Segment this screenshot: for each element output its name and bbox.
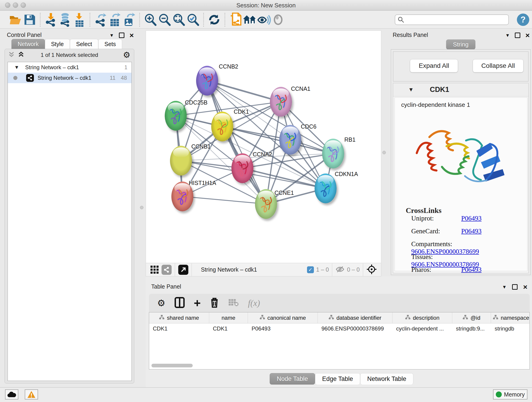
memory-button[interactable]: Memory <box>493 389 527 400</box>
table-cell[interactable]: P06493 <box>248 323 318 334</box>
create-column-icon[interactable]: + <box>194 297 201 309</box>
node-RB1[interactable] <box>322 139 344 168</box>
table-cell[interactable]: CDK1 <box>209 323 248 334</box>
tab-network-table[interactable]: Network Table <box>360 373 413 385</box>
selected-checkbox-icon[interactable]: ✓ <box>307 266 314 273</box>
horizontal-scrollbar[interactable] <box>152 364 193 367</box>
zoom-out-icon[interactable] <box>157 13 172 27</box>
panel-float-icon[interactable] <box>119 32 124 38</box>
tab-sets[interactable]: Sets <box>98 39 122 49</box>
control-panel-title: Control Panel <box>7 32 41 38</box>
node-CCNE1[interactable] <box>255 189 277 219</box>
expand-all-button[interactable]: Expand All <box>410 59 458 72</box>
network-tree: ▼ String Network – cdk1 1 String Network… <box>7 62 132 381</box>
table-cell[interactable]: stringdb:9... <box>452 323 491 334</box>
tab-style[interactable]: Style <box>45 39 70 49</box>
panel-collapse-icon[interactable]: ▼ <box>502 285 507 289</box>
help-icon[interactable]: ? <box>517 13 529 26</box>
table-cell[interactable]: cyclin-dependent ... <box>393 323 452 334</box>
search-field[interactable] <box>395 14 509 25</box>
document-share-icon[interactable] <box>228 13 243 27</box>
collection-expand-icon[interactable]: ▼ <box>14 64 19 70</box>
crosslink-link[interactable]: P06493 <box>461 227 481 235</box>
refresh-layout-icon[interactable] <box>207 13 221 27</box>
panel-close-icon[interactable]: × <box>525 32 530 39</box>
column-header-database-identifier[interactable]: database identifier <box>318 313 393 323</box>
export-table-icon[interactable] <box>108 13 122 27</box>
node-CCNA1[interactable] <box>270 87 292 117</box>
results-panel: Results Panel ▼ × String Expand All Coll… <box>389 30 532 276</box>
delete-column-icon[interactable] <box>210 297 219 309</box>
birds-eye-view-icon[interactable] <box>366 264 377 275</box>
tab-network[interactable]: Network <box>12 39 45 49</box>
panel-float-icon[interactable] <box>512 284 518 290</box>
column-header-name[interactable]: name <box>209 313 248 323</box>
collapse-all-button[interactable]: Collapse All <box>473 59 524 72</box>
tab-select[interactable]: Select <box>70 39 98 49</box>
show-columns-icon[interactable] <box>175 297 185 309</box>
network-options-gear-icon[interactable]: ⚙ <box>123 51 130 59</box>
crosslink-row: Uniprot:P06493 <box>411 215 481 222</box>
hierarchy-icon <box>405 315 411 321</box>
zoom-in-icon[interactable] <box>143 13 157 27</box>
export-network-icon[interactable] <box>94 13 108 27</box>
node-CCNB2[interactable] <box>196 66 218 96</box>
search-input[interactable] <box>404 17 503 23</box>
open-session-icon[interactable] <box>8 13 22 27</box>
node-CDC25B[interactable] <box>165 101 187 131</box>
cloud-button[interactable] <box>5 389 18 400</box>
network-row-selected[interactable]: String Network – cdk1 11 48 <box>8 73 132 83</box>
panel-collapse-icon[interactable]: ▼ <box>109 33 114 38</box>
graphics-details-eye-icon[interactable] <box>257 13 271 27</box>
zoom-selected-icon[interactable] <box>186 13 200 27</box>
tab-node-table[interactable]: Node Table <box>270 373 315 385</box>
home-icon[interactable] <box>243 13 257 27</box>
open-in-new-window-icon[interactable] <box>178 265 188 275</box>
crosslink-link[interactable]: P06493 <box>461 266 481 273</box>
table-cell[interactable]: 9606.ENSP00000378699 <box>318 323 393 334</box>
panel-collapse-icon[interactable]: ▼ <box>505 33 510 38</box>
zoom-fit-icon[interactable] <box>172 13 186 27</box>
save-session-icon[interactable] <box>22 13 37 27</box>
panel-close-icon[interactable]: × <box>523 283 527 291</box>
table-toolbar: ⚙ + f(x) <box>149 294 530 312</box>
table-options-gear-icon[interactable]: ⚙ <box>157 298 165 307</box>
node-CCNB1[interactable] <box>170 146 192 176</box>
table-panel: Table Panel ▼ × ⚙ + f(x) shared namename… <box>146 276 532 387</box>
column-header-shared-name[interactable]: shared name <box>149 313 209 323</box>
export-image-icon[interactable] <box>122 13 136 27</box>
grid-view-icon[interactable] <box>150 265 160 275</box>
import-network-from-database-icon[interactable] <box>58 13 72 27</box>
node-label-HIST1H1A: HIST1H1A <box>189 180 216 186</box>
panel-close-icon[interactable]: × <box>129 32 134 39</box>
node-table[interactable]: shared namenamecanonical namedatabase id… <box>149 312 530 370</box>
warnings-button[interactable] <box>25 389 38 400</box>
network-share-icon[interactable] <box>162 265 172 275</box>
node-CDK1[interactable] <box>211 112 233 141</box>
node-CDC6[interactable] <box>279 125 301 155</box>
table-cell[interactable]: CDK1 <box>149 323 209 334</box>
toolbar-separator <box>191 263 192 276</box>
table-row[interactable]: CDK1CDK1P064939606.ENSP00000378699cyclin… <box>149 323 530 334</box>
tab-edge-table[interactable]: Edge Table <box>315 373 360 385</box>
column-header-description[interactable]: description <box>393 313 452 323</box>
import-table-icon[interactable] <box>72 13 86 27</box>
column-header-canonical-name[interactable]: canonical name <box>248 313 318 323</box>
crosslink-link[interactable]: P06493 <box>461 215 481 222</box>
vertical-splitter-handle[interactable] <box>382 151 386 154</box>
vertical-splitter-handle[interactable] <box>140 206 143 209</box>
table-cell[interactable]: stringdb <box>491 323 530 334</box>
tab-string[interactable]: String <box>446 39 475 50</box>
import-network-icon[interactable] <box>44 13 58 27</box>
node-CCNA2[interactable] <box>231 153 253 183</box>
column-header-namespace[interactable]: namespace <box>491 313 530 323</box>
panel-float-icon[interactable] <box>515 32 520 38</box>
eye-disabled-icon[interactable] <box>271 13 285 27</box>
gene-section-header[interactable]: ▼ CDK1 <box>393 83 528 96</box>
network-collection-row[interactable]: ▼ String Network – cdk1 1 <box>8 62 132 73</box>
node-CDKN1A[interactable] <box>315 173 336 203</box>
column-header-@id[interactable]: @id <box>452 313 491 323</box>
hierarchy-icon <box>462 315 468 321</box>
network-view[interactable]: CCNB2CCNA1CDC25BCDK1CDC6RB1CCNB1CCNA2CDK… <box>146 31 381 276</box>
gene-expand-icon[interactable]: ▼ <box>408 86 414 93</box>
